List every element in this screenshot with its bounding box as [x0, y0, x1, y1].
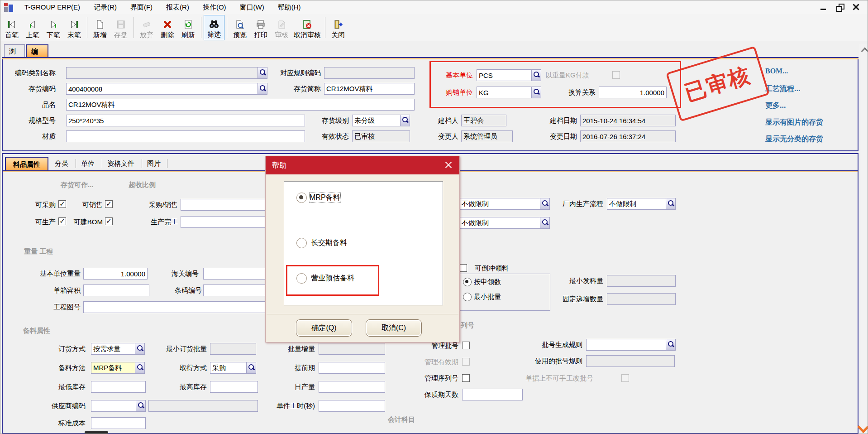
menu-item-interface[interactable]: 界面(F)	[124, 0, 159, 14]
spec-field[interactable]: 250*240*35	[66, 115, 305, 126]
help-dialog-titlebar[interactable]: 帮助	[266, 156, 459, 174]
prod-finish-ratio-field[interactable]	[181, 216, 267, 228]
item-code-field[interactable]: 400400008	[66, 83, 267, 95]
limit1-field[interactable]: 不做限制	[459, 198, 550, 210]
manage-serial-checkbox[interactable]	[462, 374, 470, 382]
rule-code-field[interactable]	[324, 67, 415, 79]
prep-method-field[interactable]: MRP备料	[91, 362, 145, 374]
tab-qualification-files[interactable]: 资格文件	[104, 157, 138, 170]
close-window-icon[interactable]	[851, 3, 861, 11]
conversion-field[interactable]: 1.00000	[599, 87, 667, 98]
new-button[interactable]: 新增	[90, 15, 110, 40]
option-mrp-label[interactable]: MRP备料	[310, 193, 340, 203]
factory-flow-field[interactable]: 不做限制	[607, 198, 676, 210]
last-record-button[interactable]: 末笔	[64, 15, 85, 40]
limit2-field[interactable]: 不做限制	[459, 217, 550, 229]
link-show-unclassified[interactable]: 显示无分类的存货	[765, 135, 823, 144]
tab-classification[interactable]: 分类	[51, 157, 72, 170]
audit-button[interactable]: 审核	[271, 15, 292, 40]
option-mrp-radio[interactable]	[296, 193, 307, 203]
lookup-icon[interactable]	[246, 362, 256, 373]
menu-item-operation[interactable]: 操作(O)	[196, 0, 233, 14]
pay-by-weight-checkbox[interactable]	[612, 71, 620, 79]
lead-time-field[interactable]	[319, 362, 385, 374]
coding-category-field[interactable]	[66, 67, 267, 79]
item-level-field[interactable]: 未分级	[352, 115, 410, 126]
item-name-field[interactable]: CR12MOV精料	[66, 99, 415, 111]
supplier-code-field[interactable]	[91, 400, 146, 412]
option-sales-forecast-radio[interactable]	[296, 273, 307, 284]
lookup-icon[interactable]	[540, 217, 549, 228]
item-alias-field[interactable]: CR12MOV精料	[324, 83, 415, 95]
daily-output-field[interactable]	[319, 381, 385, 393]
preview-button[interactable]: 预览	[229, 15, 250, 40]
lookup-icon[interactable]	[135, 343, 144, 354]
purchase-sale-ratio-field[interactable]	[181, 199, 267, 211]
lookup-icon[interactable]	[540, 198, 549, 209]
link-show-with-images[interactable]: 显示有图片的存货	[765, 118, 823, 127]
ok-button[interactable]: 确定(Q)	[296, 319, 352, 337]
menu-item-report[interactable]: 报表(R)	[159, 0, 196, 14]
print-button[interactable]: 打印	[250, 15, 271, 40]
tab-pictures[interactable]: 图片	[143, 157, 164, 170]
lookup-icon[interactable]	[666, 339, 675, 350]
std-cost-field[interactable]	[91, 417, 146, 429]
trade-unit-field[interactable]: KG	[477, 87, 541, 98]
prev-record-button[interactable]: 上笔	[22, 15, 43, 40]
producible-checkbox[interactable]	[58, 217, 66, 225]
lot-rule-field[interactable]	[586, 339, 676, 351]
dialog-close-icon[interactable]	[444, 161, 453, 170]
acquire-mode-field[interactable]: 采购	[210, 362, 256, 374]
refresh-button[interactable]: 刷新	[178, 15, 199, 40]
no-manual-lot-checkbox[interactable]	[621, 374, 629, 382]
base-weight-field[interactable]: 1.00000	[83, 268, 148, 280]
by-request-radio[interactable]	[463, 278, 472, 286]
box-volume-field[interactable]	[83, 285, 149, 296]
lookup-icon[interactable]	[531, 70, 541, 81]
max-stock-field[interactable]	[210, 381, 258, 393]
minimize-icon[interactable]	[819, 3, 829, 11]
next-record-button[interactable]: 下笔	[43, 15, 64, 40]
shelf-days-field[interactable]	[462, 389, 523, 400]
option-sales-forecast-label[interactable]: 营业预估备料	[311, 274, 354, 283]
lookup-icon[interactable]	[400, 115, 410, 126]
order-mode-field[interactable]: 按需求量	[91, 343, 145, 355]
tab-item-attributes[interactable]: 料品属性	[5, 157, 48, 170]
lookup-icon[interactable]	[136, 400, 145, 411]
purchasable-checkbox[interactable]	[58, 200, 66, 208]
backflush-checkbox[interactable]	[459, 264, 467, 272]
unit-time-field[interactable]	[319, 400, 385, 412]
base-unit-field[interactable]: PCS	[477, 69, 541, 81]
material-field[interactable]	[66, 130, 305, 142]
min-batch-radio[interactable]	[463, 293, 472, 301]
link-process-flow[interactable]: 工艺流程...	[765, 84, 800, 94]
lookup-icon[interactable]	[258, 83, 267, 94]
tab-units[interactable]: 单位	[77, 157, 98, 170]
lookup-icon[interactable]	[666, 198, 675, 209]
manage-lot-checkbox[interactable]	[462, 342, 470, 349]
lookup-icon[interactable]	[531, 87, 541, 98]
menu-item-help[interactable]: 帮助(H)	[271, 0, 308, 14]
link-bom[interactable]: BOM...	[765, 67, 788, 75]
can-bom-checkbox[interactable]	[105, 217, 113, 225]
first-record-button[interactable]: 首笔	[1, 15, 22, 40]
cancel-button[interactable]: 取消(C)	[366, 319, 422, 337]
restore-icon[interactable]	[835, 3, 845, 11]
option-long-leadtime-label[interactable]: 长交期备料	[311, 238, 347, 248]
sellable-checkbox[interactable]	[105, 200, 113, 208]
link-more[interactable]: 更多...	[765, 101, 786, 111]
menu-item-window[interactable]: 窗口(W)	[233, 0, 271, 14]
tab-edit[interactable]: 编辑	[26, 44, 48, 57]
filter-button[interactable]: 筛选	[204, 15, 224, 40]
vertical-scrollbar[interactable]	[860, 44, 868, 434]
menu-item-app[interactable]: T-GROUP ERP(E)	[18, 0, 87, 14]
discard-button[interactable]: 放弃	[136, 15, 157, 40]
save-button[interactable]: 存盘	[110, 15, 131, 40]
tab-browse[interactable]: 浏览	[4, 44, 25, 57]
min-stock-field[interactable]	[91, 381, 146, 393]
manage-expiry-checkbox[interactable]	[462, 358, 470, 366]
close-button[interactable]: 关闭	[328, 15, 348, 40]
lookup-icon[interactable]	[135, 362, 144, 373]
menu-item-record[interactable]: 记录(R)	[87, 0, 124, 14]
option-long-leadtime-radio[interactable]	[296, 238, 307, 248]
